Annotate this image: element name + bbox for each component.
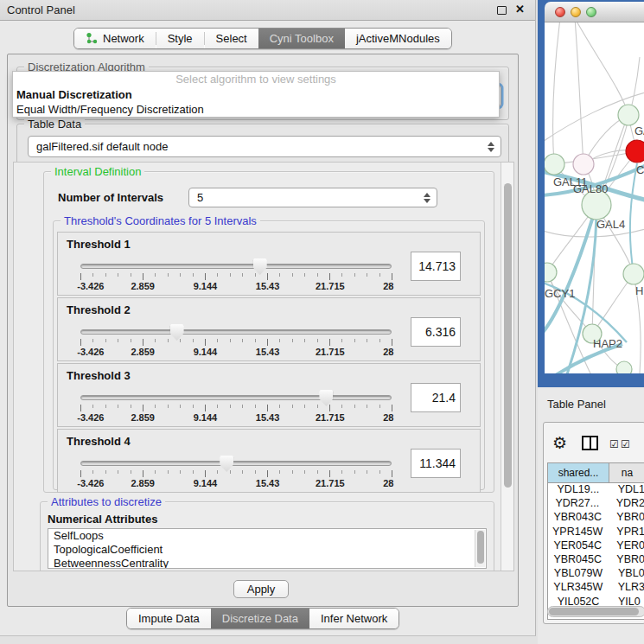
- cell[interactable]: YDL19...: [548, 483, 609, 497]
- table-row[interactable]: YDL19... YDL1: [548, 483, 644, 497]
- threshold-value-field[interactable]: 14.713: [411, 252, 461, 281]
- gear-icon[interactable]: ⚙: [552, 433, 567, 453]
- threshold-3-panel: Threshold 3 -3.426 2.859 9.144 15.43 21.…: [57, 363, 481, 427]
- tab-jactivemnodules[interactable]: jActiveMNodules: [345, 29, 451, 48]
- cell[interactable]: YDR27...: [548, 497, 608, 511]
- list-item[interactable]: SelfLoops: [48, 529, 486, 543]
- slider-track[interactable]: [80, 264, 392, 269]
- checkbox-icon[interactable]: ☑: [621, 438, 630, 450]
- close-traffic-light-icon[interactable]: [555, 7, 565, 17]
- cell[interactable]: YLR3: [609, 581, 644, 595]
- slider-track[interactable]: [80, 461, 392, 466]
- cell[interactable]: YER0: [608, 539, 644, 553]
- table-panel: Table Panel ⚙ ☑ ☑ shared... na YDL19... …: [538, 387, 644, 644]
- algorithm-dropdown-popup: Select algorithm to view settings Manual…: [12, 71, 500, 118]
- cell[interactable]: YBR0: [608, 511, 644, 525]
- zoom-traffic-light-icon[interactable]: [586, 7, 596, 17]
- settings-vertical-scrollbar[interactable]: [501, 163, 513, 571]
- tick-label: 21.715: [316, 281, 345, 291]
- node-selected-red[interactable]: [626, 140, 644, 163]
- cell[interactable]: YDR2: [608, 497, 644, 511]
- minimize-traffic-light-icon[interactable]: [571, 7, 581, 17]
- tab-discretize-data[interactable]: Discretize Data: [211, 609, 309, 628]
- tab-select[interactable]: Select: [205, 29, 258, 48]
- tick-label: 28: [383, 347, 393, 357]
- cell[interactable]: YBL0: [609, 567, 644, 581]
- number-of-intervals-combobox[interactable]: 5: [188, 188, 437, 207]
- threshold-value-field[interactable]: 11.344: [411, 449, 461, 478]
- numerical-attributes-list[interactable]: SelfLoops TopologicalCoefficient Between…: [48, 528, 487, 569]
- numerical-attributes-label: Numerical Attributes: [48, 513, 157, 526]
- table-horizontal-scrollbar[interactable]: [547, 606, 644, 617]
- network-window-titlebar[interactable]: [545, 2, 644, 22]
- close-icon[interactable]: ✕: [515, 3, 525, 16]
- dropdown-option-manual[interactable]: Manual Discretization: [13, 87, 499, 102]
- threshold-4-slider[interactable]: -3.426 2.859 9.144 15.43 21.715 28: [80, 454, 392, 488]
- table-row[interactable]: YBR045C YBR0: [548, 553, 644, 567]
- dropdown-hint-option[interactable]: Select algorithm to view settings: [13, 72, 499, 87]
- column-header-shared[interactable]: shared...: [548, 463, 609, 482]
- node-top-right[interactable]: [618, 105, 639, 125]
- tab-cyni-toolbox-label: Cyni Toolbox: [270, 32, 334, 45]
- cell[interactable]: YDL1: [609, 483, 644, 497]
- cell[interactable]: YLR345W: [548, 581, 609, 595]
- tick-label: 15.43: [256, 478, 280, 488]
- cell[interactable]: YBR045C: [548, 553, 608, 567]
- panel-title: Control Panel: [7, 3, 75, 16]
- interval-definition-group: Interval Definition Number of Intervals …: [43, 171, 494, 493]
- column-header-name[interactable]: na: [609, 463, 644, 482]
- tab-network[interactable]: Network: [74, 29, 156, 48]
- threshold-3-slider[interactable]: -3.426 2.859 9.144 15.43 21.715 28: [80, 388, 392, 423]
- cell[interactable]: YBL079W: [548, 567, 609, 581]
- cell[interactable]: YPR1: [608, 526, 644, 539]
- tab-infer-network[interactable]: Infer Network: [309, 609, 399, 628]
- node-gal80[interactable]: [573, 154, 594, 175]
- tab-style[interactable]: Style: [156, 29, 204, 48]
- dropdown-option-equal-width[interactable]: Equal Width/Frequency Discretization: [13, 102, 499, 117]
- list-item[interactable]: BetweennessCentrality: [48, 557, 486, 569]
- network-view-window[interactable]: GAL80 GA C GAL11 GAL4 GCY1 H HAP2: [538, 0, 644, 387]
- apply-button[interactable]: Apply: [233, 580, 289, 598]
- slider-track[interactable]: [80, 395, 392, 400]
- checkbox-icon[interactable]: ☑: [609, 438, 619, 450]
- threshold-value-field[interactable]: 6.316: [411, 317, 461, 347]
- threshold-1-slider[interactable]: -3.426 2.859 9.144 15.43 21.715 28: [80, 257, 392, 291]
- cell[interactable]: YBR0: [608, 553, 644, 567]
- table-row[interactable]: YBR043C YBR0: [548, 511, 644, 525]
- float-window-icon[interactable]: [497, 6, 507, 15]
- list-scrollbar-thumb[interactable]: [477, 531, 484, 564]
- tab-impute-data-label: Impute Data: [138, 612, 200, 625]
- tick-label: 9.144: [194, 347, 218, 357]
- node-label-partial-c: C: [636, 163, 644, 176]
- table-row[interactable]: YDR27... YDR2: [548, 497, 644, 511]
- network-canvas[interactable]: GAL80 GA C GAL11 GAL4 GCY1 H HAP2: [545, 22, 644, 373]
- cell[interactable]: YBR043C: [548, 511, 608, 525]
- table-row[interactable]: YLR345W YLR3: [548, 581, 644, 595]
- split-columns-icon[interactable]: [582, 436, 598, 450]
- threshold-label: Threshold 3: [67, 369, 131, 382]
- tab-cyni-toolbox[interactable]: Cyni Toolbox: [258, 29, 345, 48]
- cell[interactable]: YPR145W: [548, 526, 608, 539]
- slider-track[interactable]: [80, 329, 392, 335]
- tick-label: 15.43: [256, 281, 280, 291]
- tick-label: 28: [383, 412, 393, 423]
- node-h[interactable]: [623, 264, 644, 284]
- table-row[interactable]: YBL079W YBL0: [548, 567, 644, 581]
- table-row[interactable]: YER054C YER0: [548, 539, 644, 553]
- list-scrollbar[interactable]: [475, 530, 485, 567]
- table-row[interactable]: YPR145W YPR1: [548, 526, 644, 539]
- node-bottom-partial[interactable]: [616, 361, 632, 373]
- threshold-2-slider[interactable]: -3.426 2.859 9.144 15.43 21.715 28: [80, 322, 392, 357]
- tab-impute-data[interactable]: Impute Data: [127, 609, 211, 628]
- settings-scrollbar-thumb[interactable]: [504, 183, 512, 488]
- table-data-combobox[interactable]: galFiltered.sif default node: [28, 136, 501, 157]
- node-label-gal4: GAL4: [596, 218, 625, 231]
- network-graph: GAL80 GA C GAL11 GAL4 GCY1 H HAP2: [545, 22, 644, 373]
- threshold-value-field[interactable]: 21.4: [411, 383, 461, 412]
- control-panel-titlebar: Control Panel ✕: [0, 0, 535, 21]
- cell[interactable]: YER054C: [548, 539, 608, 553]
- node-gal11[interactable]: [545, 154, 564, 175]
- table-scrollbar-thumb[interactable]: [549, 608, 639, 615]
- list-item[interactable]: TopologicalCoefficient: [48, 543, 486, 557]
- node-gcy1[interactable]: [545, 263, 557, 282]
